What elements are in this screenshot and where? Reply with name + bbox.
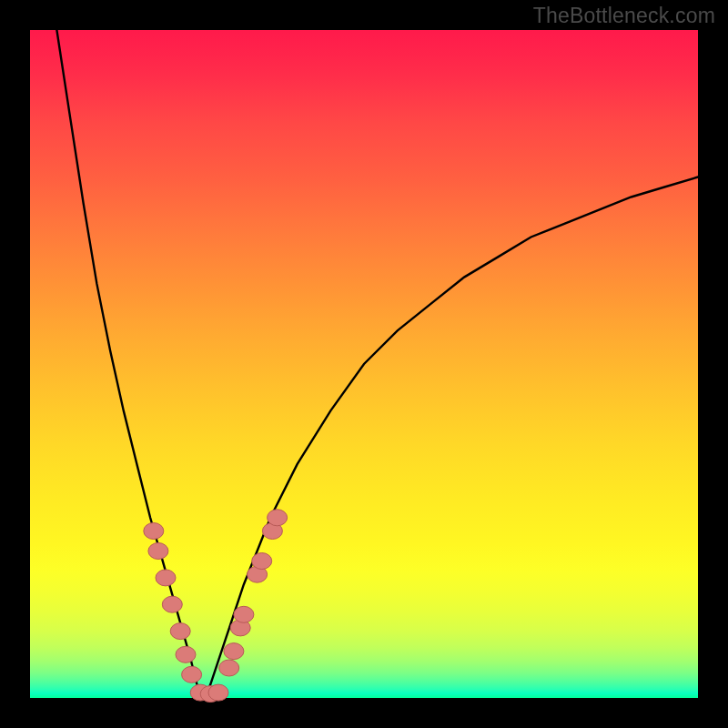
marker-layer xyxy=(144,510,288,703)
watermark-text: TheBottleneck.com xyxy=(533,4,715,28)
data-marker xyxy=(252,553,272,570)
outer-frame: TheBottleneck.com xyxy=(0,0,728,728)
data-marker xyxy=(176,646,196,662)
data-marker xyxy=(170,623,190,640)
data-marker xyxy=(219,660,239,676)
left-branch-curve xyxy=(56,30,203,698)
data-marker xyxy=(182,666,202,682)
data-marker xyxy=(148,543,168,560)
data-marker xyxy=(234,606,254,622)
data-marker xyxy=(162,596,182,612)
chart-svg xyxy=(0,0,728,728)
data-marker xyxy=(224,643,244,660)
data-marker xyxy=(156,570,176,586)
curve-layer xyxy=(56,30,698,698)
data-marker xyxy=(268,510,288,526)
right-branch-curve xyxy=(204,177,698,699)
data-marker xyxy=(144,523,164,540)
data-marker xyxy=(208,684,228,701)
